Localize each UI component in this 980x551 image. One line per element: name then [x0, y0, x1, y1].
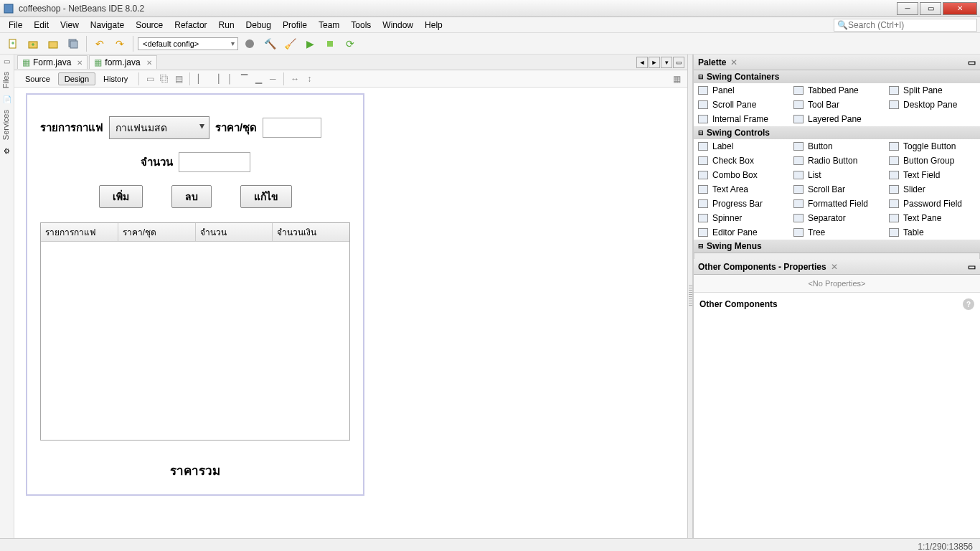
align-center-h-icon[interactable]: │: [223, 72, 236, 85]
palette-item[interactable]: Text Field: [885, 168, 980, 182]
debug-icon[interactable]: [321, 35, 339, 52]
redo-icon[interactable]: ↷: [111, 35, 128, 52]
th-coffee[interactable]: รายการกาแฟ: [41, 223, 118, 241]
palette-item[interactable]: Separator: [789, 211, 885, 225]
resize-v-icon[interactable]: ↕: [303, 72, 316, 85]
broom-icon[interactable]: 🧹: [281, 35, 298, 52]
restore-group-icon[interactable]: ▭: [4, 57, 10, 67]
vertical-splitter[interactable]: [687, 55, 693, 538]
th-qty[interactable]: จำนวน: [196, 223, 273, 241]
close-properties-icon[interactable]: ✕: [831, 262, 838, 272]
menu-tools[interactable]: Tools: [345, 19, 377, 32]
build-icon[interactable]: [241, 35, 258, 52]
menu-source[interactable]: Source: [130, 19, 169, 32]
palette-item[interactable]: Check Box: [694, 154, 789, 168]
close-palette-icon[interactable]: ✕: [730, 57, 738, 67]
profile-icon[interactable]: ⟳: [341, 35, 359, 52]
connection-mode-icon[interactable]: ⿻: [158, 72, 171, 85]
resize-h-icon[interactable]: ↔: [288, 72, 301, 85]
run-icon[interactable]: ▶: [301, 35, 319, 52]
th-amount[interactable]: จำนวนเงิน: [273, 223, 349, 241]
category-menus[interactable]: ⊟Swing Menus: [694, 240, 980, 253]
edit-button[interactable]: แก้ไข: [240, 185, 292, 208]
align-top-icon[interactable]: ▔: [237, 72, 250, 85]
palette-item[interactable]: Password Field: [885, 197, 980, 211]
config-select[interactable]: <default config>: [138, 37, 238, 50]
align-center-v-icon[interactable]: ─: [266, 72, 279, 85]
palette-item[interactable]: Label: [694, 139, 789, 154]
menu-profile[interactable]: Profile: [277, 19, 313, 32]
palette-item[interactable]: Editor Pane: [694, 225, 789, 240]
coffee-combobox[interactable]: กาแฟนมสด: [109, 116, 209, 139]
palette-item[interactable]: Tool Bar: [789, 98, 885, 112]
undo-icon[interactable]: ↶: [91, 35, 108, 52]
palette-item[interactable]: Slider: [885, 182, 980, 197]
close-tab-icon[interactable]: ✕: [146, 59, 152, 67]
clean-build-icon[interactable]: 🔨: [261, 35, 278, 52]
menu-help[interactable]: Help: [419, 19, 448, 32]
palette-item[interactable]: Progress Bar: [694, 197, 789, 211]
tab-form-upper[interactable]: ▦ Form.java ✕: [17, 55, 88, 69]
palette-tab[interactable]: Palette ✕ ▭: [694, 55, 980, 70]
close-tab-icon[interactable]: ✕: [77, 59, 83, 67]
tab-scroll-left-icon[interactable]: ◄: [636, 57, 648, 68]
menu-refactor[interactable]: Refactor: [169, 19, 212, 32]
menu-debug[interactable]: Debug: [240, 19, 277, 32]
menu-team[interactable]: Team: [313, 19, 345, 32]
rail-files[interactable]: Files: [0, 67, 11, 93]
horizontal-splitter[interactable]: [694, 253, 980, 259]
align-left-icon[interactable]: ▏: [194, 72, 207, 85]
palette-item[interactable]: Tree: [789, 225, 885, 240]
palette-item[interactable]: Text Pane: [885, 211, 980, 225]
menu-navigate[interactable]: Navigate: [85, 19, 130, 32]
price-field[interactable]: [263, 118, 321, 138]
new-project-icon[interactable]: [24, 35, 42, 52]
qty-field[interactable]: [179, 152, 250, 172]
palette-item[interactable]: Tabbed Pane: [789, 83, 885, 98]
th-price[interactable]: ราคา/ชุด: [118, 223, 196, 241]
mode-source[interactable]: Source: [19, 72, 57, 85]
menu-view[interactable]: View: [55, 19, 85, 32]
preview-icon[interactable]: ▤: [172, 72, 185, 85]
palette-item[interactable]: Table: [885, 225, 980, 240]
palette-item[interactable]: Button Group: [885, 154, 980, 168]
save-all-icon[interactable]: [65, 35, 82, 52]
align-bottom-icon[interactable]: ▁: [252, 72, 265, 85]
close-button[interactable]: ✕: [943, 2, 977, 15]
palette-item[interactable]: Scroll Bar: [789, 182, 885, 197]
add-button[interactable]: เพิ่ม: [99, 185, 143, 208]
palette-item[interactable]: Scroll Pane: [694, 98, 789, 112]
maximize-editor-icon[interactable]: ▭: [673, 57, 684, 68]
help-icon[interactable]: ?: [963, 298, 974, 310]
new-file-icon[interactable]: [4, 35, 22, 52]
palette-item[interactable]: Radio Button: [789, 154, 885, 168]
order-table[interactable]: รายการกาแฟ ราคา/ชุด จำนวน จำนวนเงิน: [40, 222, 350, 441]
minimize-button[interactable]: ─: [897, 2, 918, 15]
rail-services[interactable]: Services: [0, 105, 11, 144]
mode-history[interactable]: History: [97, 72, 134, 85]
palette-item[interactable]: Split Pane: [885, 83, 980, 98]
mode-design[interactable]: Design: [58, 72, 95, 85]
palette-item[interactable]: Button: [789, 139, 885, 154]
menu-run[interactable]: Run: [213, 19, 240, 32]
open-icon[interactable]: [44, 35, 62, 52]
palette-item[interactable]: List: [789, 168, 885, 182]
palette-item[interactable]: Formatted Field: [789, 197, 885, 211]
properties-tab[interactable]: Other Components - Properties ✕ ▭: [694, 259, 980, 275]
palette-item[interactable]: Combo Box: [694, 168, 789, 182]
category-controls[interactable]: ⊟Swing Controls: [694, 126, 980, 139]
selection-mode-icon[interactable]: ▭: [143, 72, 156, 85]
category-containers[interactable]: ⊟Swing Containers: [694, 70, 980, 83]
menu-edit[interactable]: Edit: [28, 19, 55, 32]
palette-item[interactable]: Toggle Button: [885, 139, 980, 154]
minimize-properties-icon[interactable]: ▭: [968, 262, 976, 272]
delete-button[interactable]: ลบ: [171, 185, 212, 208]
tab-list-icon[interactable]: ▾: [661, 57, 672, 68]
align-right-icon[interactable]: ▕: [209, 72, 222, 85]
palette-item[interactable]: Text Area: [694, 182, 789, 197]
palette-item[interactable]: Panel: [694, 83, 789, 98]
toolbox-icon[interactable]: ▦: [670, 72, 683, 85]
minimize-palette-icon[interactable]: ▭: [968, 57, 976, 67]
palette-item[interactable]: Internal Frame: [694, 112, 789, 126]
palette-item[interactable]: Desktop Pane: [885, 98, 980, 112]
